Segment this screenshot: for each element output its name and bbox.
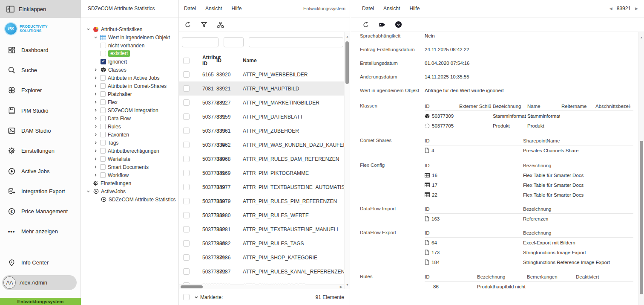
tree-item-classes[interactable]: Classes [81,66,178,74]
checkbox-unchecked[interactable] [100,140,106,145]
checkbox-unchecked[interactable] [100,164,106,170]
menu-ansicht[interactable]: Ansicht [205,6,222,12]
sidebar-item-einstellungen[interactable]: Einstellungen [0,144,81,157]
table-row[interactable]: 5037736483982ATTR_PIM_RULES_TAGS [179,236,344,250]
row-checkbox[interactable] [183,85,190,92]
dataflow-import-row[interactable]: 163 Referenzen [425,214,633,224]
sidebar-item-pim-studio[interactable]: PIM Studio [0,104,81,117]
checkbox-checked[interactable] [101,59,106,64]
table-row[interactable]: 5037733183959ATTR_PIM_DATENBLATT [179,110,344,124]
flex-config-row[interactable]: 17 Flex Table für Smarter Docs [425,180,633,190]
flex-config-row[interactable]: 22 Flex Table für Smarter Docs [425,190,633,200]
row-checkbox[interactable] [183,99,190,106]
refresh-button[interactable] [361,20,371,29]
row-checkbox[interactable] [183,128,190,134]
sidebar-item-price-management[interactable]: € Price Management [0,205,81,218]
details-vertical-scrollbar[interactable]: ▲ [638,32,644,305]
comet-share-row[interactable]: 4 Presales Channels Share [425,145,633,155]
tree-item-smart-documents[interactable]: Smart Documents [81,163,178,171]
refresh-button[interactable] [183,20,193,29]
row-checkbox[interactable] [183,113,190,120]
filter-attribut-id-input[interactable] [182,37,218,47]
row-checkbox[interactable] [183,156,190,162]
tree-item-tags[interactable]: Tags [81,139,178,147]
tree-item-platzhalter[interactable]: Platzhalter [81,90,178,98]
chevron-right-icon[interactable] [93,124,98,129]
tree-item-werteliste[interactable]: Werteliste [81,155,178,163]
chevron-right-icon[interactable] [93,76,98,80]
chevron-right-icon[interactable] [93,92,98,96]
row-checkbox[interactable] [183,254,190,261]
chevron-right-icon[interactable] [93,140,98,145]
filter-id-input[interactable] [224,37,244,47]
checkbox-unchecked[interactable] [100,148,106,154]
row-checkbox[interactable] [183,268,190,275]
checkbox-unchecked[interactable] [100,75,106,81]
checkbox-unchecked[interactable] [100,124,106,129]
checkbox-unchecked[interactable] [100,83,106,89]
tree-item-sdzecom-attribute-statistics[interactable]: SDZeCOM Attribute Statistics [81,195,178,203]
tree-item-rules[interactable]: Rules [81,122,178,131]
checkbox-unchecked[interactable] [100,116,106,121]
row-checkbox[interactable] [183,240,190,247]
menu-datei[interactable]: Datei [362,6,374,12]
chevron-down-icon[interactable] [93,35,98,40]
table-row-partial[interactable]: 5037737383988ATTR_PIM_KANALBILDER [179,279,344,284]
checkbox-unchecked[interactable] [100,91,106,97]
collapse-sidebar-button[interactable]: Einklappen [0,0,81,18]
actions-dropdown-button[interactable] [394,20,403,29]
menu-ansicht[interactable]: Ansicht [383,6,400,12]
sidebar-item-explorer[interactable]: Explorer [0,84,81,96]
tree-item-attribut-statistiken[interactable]: Attribut-Statistiken [81,25,178,33]
tag-button[interactable] [377,20,387,29]
checkbox-unchecked[interactable] [100,156,106,162]
vertical-scrollbar[interactable]: ▲ ▼ [344,32,350,289]
tree-item-nicht-vorhanden[interactable]: nicht vorhanden [81,41,178,49]
table-row[interactable]: 5037736183980ATTR_PIM_RULES_WERTE [179,208,344,222]
row-checkbox[interactable] [183,71,190,78]
row-checkbox[interactable] [183,170,190,176]
tree-item-einstellungen[interactable]: Einstellungen [81,179,178,187]
column-header-name[interactable]: Name [243,58,344,64]
chevron-right-icon[interactable] [93,116,98,121]
row-checkbox[interactable] [183,184,190,190]
chevron-down-icon[interactable] [194,295,198,299]
table-row[interactable]: 5037737183986ATTR_PIM_SHOP_KATEGORIE [179,250,344,264]
tree-item-attributberechtigungen[interactable]: Attributberechtigungen [81,147,178,155]
dataflow-export-row[interactable]: 173 Stringfunctions Image Export [425,247,633,257]
table-row[interactable]: 5037737283987ATTR_PIM_RULES_KANAL_REFERE… [179,264,344,279]
row-checkbox[interactable] [183,198,190,204]
tree-item-attribute-in-comet-shares[interactable]: Attribute in Comet-Shares [81,82,178,90]
tree-item-workflow[interactable]: Workflow [81,171,178,179]
chevron-right-icon[interactable] [93,157,98,161]
checkbox-unchecked[interactable] [100,107,106,113]
tree-item-flex[interactable]: Flex [81,98,178,106]
tree-item-activejobs[interactable]: ActiveJobs [81,187,178,195]
table-row[interactable]: 5037733483962ATTR_PIM_WAS_KUNDEN_DAZU_KA… [179,138,344,152]
tree-item-sdzecom-integration[interactable]: SDZeCOM Integration [81,106,178,114]
table-row[interactable]: 5037734083968ATTR_PIM_RULES_DAM_REFERENZ… [179,152,344,166]
table-row[interactable]: 5037736283981ATTR_PIM_TEXTBAUSTEINE_MANU… [179,222,344,236]
chevron-right-icon[interactable] [93,173,98,177]
scroll-up-arrow[interactable]: ▲ [638,35,644,40]
row-checkbox[interactable] [183,142,190,148]
chevron-down-icon[interactable] [86,189,91,194]
flex-config-row[interactable]: 16 Flex Table für Smarter Docs [425,170,633,180]
chevron-down-icon[interactable] [86,27,91,32]
table-row-selected[interactable]: 708183921ATTR_PIM_HAUPTBILD [179,81,344,96]
checkbox-unchecked[interactable] [101,43,106,48]
table-row[interactable]: 5037733383961ATTR_PIM_ZUBEHOER [179,124,344,138]
scrollbar-thumb[interactable] [181,285,203,288]
select-all-checkbox[interactable] [183,58,190,64]
tree-item-existiert[interactable]: existiert [81,49,178,58]
brand-logo[interactable]: PS PRODUCTIVITYSOLUTIONS [5,23,48,35]
table-row[interactable]: 616583920ATTR_PIM_WERBEBILDER [179,67,344,81]
horizontal-scrollbar[interactable]: ▶ [179,284,344,289]
menu-datei[interactable]: Datei [184,6,196,12]
chevron-right-icon[interactable] [93,108,98,113]
table-row[interactable]: 5037734183969ATTR_PIM_PIKTOGRAMME [179,166,344,180]
chevron-right-icon[interactable] [93,148,98,153]
column-header-id[interactable]: ID [216,58,243,64]
scrollbar-thumb[interactable] [640,141,643,294]
footer-checkbox[interactable] [183,294,190,300]
